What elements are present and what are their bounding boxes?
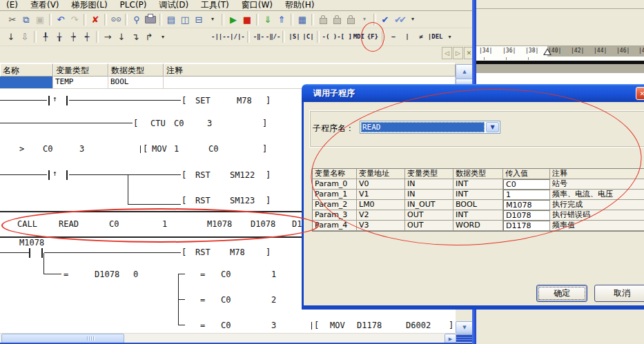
ladder-dropdown-icon[interactable]: ▾ xyxy=(443,30,457,43)
insert-down-alt-icon[interactable]: ⇩ xyxy=(18,30,32,43)
parameter-cell[interactable]: Param_1 xyxy=(313,190,357,200)
pane-split-icon[interactable]: ◫ xyxy=(178,13,192,26)
menu-item[interactable]: 工具(T) xyxy=(195,0,235,10)
parameter-value-cell[interactable]: M1078 xyxy=(503,200,550,210)
parameter-cell[interactable]: INT xyxy=(453,190,503,200)
contact-immediate-nc-icon[interactable]: -‖/- xyxy=(266,30,281,43)
parameter-value-cell[interactable]: D1078 xyxy=(503,210,550,221)
column-header-comment[interactable]: 注释 xyxy=(164,63,456,77)
parameter-cell[interactable]: Param_3 xyxy=(313,210,357,221)
parameter-cell[interactable]: IN xyxy=(405,179,453,190)
ok-button[interactable]: 确定 xyxy=(536,285,587,302)
parameter-cell[interactable]: V3 xyxy=(357,221,405,231)
parameter-cell[interactable]: Param_2 xyxy=(313,200,357,210)
print-icon[interactable] xyxy=(144,13,157,26)
compile-dropdown-icon[interactable]: ▾ xyxy=(406,13,420,26)
close-icon[interactable]: ✕ xyxy=(636,87,644,100)
not-line-icon[interactable]: ≠ xyxy=(414,30,428,43)
unlock-all-icon[interactable] xyxy=(344,13,358,26)
parameter-cell[interactable]: IN xyxy=(405,190,453,200)
line-right-icon[interactable]: → xyxy=(101,30,115,43)
cut-icon[interactable]: ✂ xyxy=(6,13,19,26)
parameter-cell[interactable]: 频率值 xyxy=(550,221,644,231)
parameter-column-header[interactable]: 变量地址 xyxy=(357,169,405,179)
line-down-icon[interactable]: ↓ xyxy=(115,30,128,43)
pane-dropdown-icon[interactable]: ▾ xyxy=(206,13,219,26)
network-next-button[interactable]: ▷ xyxy=(453,47,463,59)
unlock-icon[interactable] xyxy=(330,13,344,26)
column-header-name[interactable]: 名称 xyxy=(0,63,53,77)
parameter-cell[interactable]: 执行错误码 xyxy=(550,210,644,221)
contact-nc-icon[interactable]: -|/|- xyxy=(226,30,245,43)
parameter-cell[interactable]: OUT xyxy=(405,221,453,231)
parameter-cell[interactable]: 站号 xyxy=(550,179,644,190)
subroutine-name-combobox[interactable]: READ ▼ xyxy=(360,121,500,134)
paste-icon[interactable]: ▣ xyxy=(33,13,47,26)
branch-down-icon[interactable]: ╁ xyxy=(52,30,66,43)
compile-all-icon[interactable]: ✔✔ xyxy=(392,13,406,26)
lock-dropdown-icon[interactable]: ▾ xyxy=(358,13,371,26)
variable-name-cell[interactable] xyxy=(0,77,53,89)
parameter-value-cell[interactable]: D1178 xyxy=(503,221,550,231)
parameter-cell[interactable]: OUT xyxy=(405,210,453,221)
parameter-cell[interactable]: WORD xyxy=(453,221,503,231)
parameter-cell[interactable]: INT xyxy=(453,210,503,221)
run-icon[interactable]: ▶ xyxy=(226,13,240,26)
compile-check-icon[interactable]: ✔ xyxy=(378,13,392,26)
vline-icon[interactable]: | xyxy=(400,30,414,43)
menu-item[interactable]: 梯形图(L) xyxy=(66,0,114,10)
branch-right-icon[interactable]: ┾ xyxy=(66,30,80,43)
line-up-turn-icon[interactable]: ↱ xyxy=(142,30,156,43)
stop-icon[interactable]: ■ xyxy=(240,13,254,26)
pane-single-icon[interactable]: ▤ xyxy=(164,13,178,26)
copy-icon[interactable]: ⧉ xyxy=(19,13,33,26)
scroll-up-button[interactable]: ▲ xyxy=(456,64,474,79)
parameter-column-header[interactable]: 数据类型 xyxy=(453,169,503,179)
variable-datatype-cell[interactable]: BOOL xyxy=(108,77,164,89)
parameter-column-header[interactable]: 注释 xyxy=(550,169,644,179)
parameter-cell[interactable]: 执行完成 xyxy=(550,200,644,210)
upload-icon[interactable]: ⇑ xyxy=(275,13,289,26)
parameter-cell[interactable]: BOOL xyxy=(453,200,503,210)
parameter-cell[interactable]: LM0 xyxy=(357,200,405,210)
column-header-var-type[interactable]: 变量类型 xyxy=(53,63,108,77)
parameter-cell[interactable]: Param_4 xyxy=(313,221,357,231)
redo-icon[interactable]: ↷ xyxy=(68,13,81,26)
box-instruction-icon[interactable]: -[ ] xyxy=(337,30,352,43)
parameter-column-header[interactable]: 变量名称 xyxy=(313,169,357,179)
function-icon[interactable]: {F} xyxy=(366,30,380,43)
parameter-cell[interactable]: Param_0 xyxy=(313,179,357,190)
print-preview-icon[interactable]: ⚲ xyxy=(130,13,144,26)
ruler-marker-icon[interactable] xyxy=(543,48,552,55)
branch-up-icon[interactable]: ╀ xyxy=(39,30,52,43)
variable-type-cell[interactable]: TEMP xyxy=(53,77,108,89)
menu-item[interactable]: 调试(D) xyxy=(153,0,195,10)
insert-down-icon[interactable]: ↓ xyxy=(4,30,18,43)
column-header-data-type[interactable]: 数据类型 xyxy=(108,63,164,77)
line-dropdown-icon[interactable]: ▾ xyxy=(156,30,170,43)
menu-item[interactable]: PLC(P) xyxy=(114,0,153,10)
parameter-cell[interactable]: IN_OUT xyxy=(405,200,453,210)
parameter-cell[interactable]: 频率、电流、电压 xyxy=(550,190,644,200)
parameter-cell[interactable]: V2 xyxy=(357,210,405,221)
hline-icon[interactable]: — xyxy=(387,30,400,43)
parameter-column-header[interactable]: 变量类型 xyxy=(405,169,453,179)
chevron-down-icon[interactable]: ▼ xyxy=(486,122,499,132)
undo-icon[interactable]: ↶ xyxy=(54,13,68,26)
parameter-cell[interactable]: INT xyxy=(453,179,503,190)
line-down-turn-icon[interactable]: ↴ xyxy=(128,30,142,43)
scroll-down-button[interactable]: ▼ xyxy=(456,321,474,334)
contact-no-icon[interactable]: -||- xyxy=(211,30,226,43)
reset-coil-icon[interactable]: |C| xyxy=(301,30,315,43)
monitor-icon[interactable]: ▦ xyxy=(295,13,309,26)
branch-left-icon[interactable]: ┽ xyxy=(80,30,94,43)
delete-line-icon[interactable]: |DEL xyxy=(428,30,443,43)
delete-icon[interactable]: ✘ xyxy=(88,13,102,26)
cancel-button[interactable]: 取消 xyxy=(594,285,644,302)
set-coil-icon[interactable]: |S| xyxy=(287,30,301,43)
parameter-cell[interactable]: V0 xyxy=(357,179,405,190)
parameter-cell[interactable]: V1 xyxy=(357,190,405,200)
dialog-titlebar[interactable]: 调用子程序 ✕ xyxy=(302,84,644,102)
contact-immediate-no-icon[interactable]: -‖- xyxy=(252,30,266,43)
parameter-column-header[interactable]: 传入值 xyxy=(503,169,550,179)
